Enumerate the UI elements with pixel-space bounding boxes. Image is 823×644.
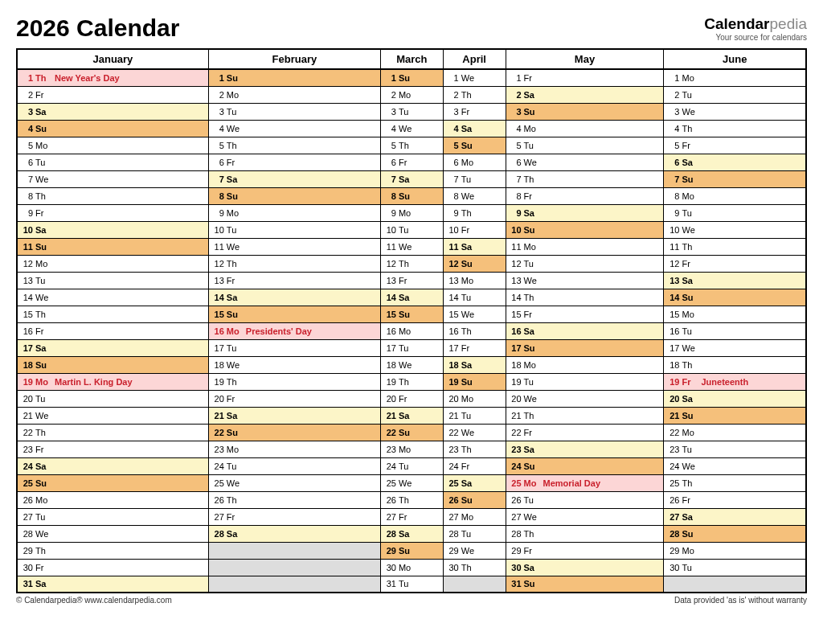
day-cell: 19Tu — [506, 373, 664, 390]
day-cell: 4Mo — [506, 120, 664, 137]
day-cell — [443, 576, 506, 593]
day-row: 31Sa31Tu31Su — [17, 576, 806, 593]
day-cell: 26Fr — [664, 491, 806, 508]
day-cell: 19Su — [443, 373, 506, 390]
day-cell: 23Mo — [380, 441, 443, 457]
day-cell: 29We — [443, 542, 506, 559]
day-cell: 21Th — [506, 407, 664, 424]
day-cell — [208, 576, 380, 593]
day-cell: 6Fr — [380, 154, 443, 170]
day-cell: 14Su — [664, 289, 806, 306]
day-cell: 21We — [17, 407, 208, 424]
day-cell: 17Fr — [443, 339, 506, 356]
day-row: 15Th15Su15Su15We15Fr15Mo — [17, 306, 806, 322]
day-cell: 20Fr — [208, 390, 380, 407]
day-cell: 30Mo — [380, 559, 443, 576]
day-cell: 4Su — [17, 120, 208, 137]
day-cell: 3We — [664, 103, 806, 120]
day-cell: 3Su — [506, 103, 664, 120]
day-cell: 15Su — [208, 306, 380, 322]
day-cell: 28Su — [664, 525, 806, 542]
day-cell: 20Sa — [664, 390, 806, 407]
day-cell: 24Sa — [17, 457, 208, 474]
day-cell: 10Tu — [208, 221, 380, 238]
day-cell: 19Th — [380, 373, 443, 390]
day-cell: 12Th — [208, 255, 380, 272]
day-cell — [208, 559, 380, 576]
day-cell: 25Sa — [443, 474, 506, 491]
day-cell: 8Mo — [664, 187, 806, 204]
day-row: 4Su4We4We4Sa4Mo4Th — [17, 120, 806, 137]
day-cell: 31Su — [506, 576, 664, 593]
day-cell: 23Tu — [664, 441, 806, 457]
day-cell: 11Su — [17, 238, 208, 255]
day-row: 9Fr9Mo9Mo9Th9Sa9Tu — [17, 204, 806, 221]
day-cell: 11We — [380, 238, 443, 255]
day-cell: 11We — [208, 238, 380, 255]
day-cell: 30Tu — [664, 559, 806, 576]
day-cell: 24We — [664, 457, 806, 474]
day-cell: 14We — [17, 289, 208, 306]
day-cell: 24Su — [506, 457, 664, 474]
day-cell: 22Mo — [664, 424, 806, 441]
day-cell: 1Mo — [664, 69, 806, 86]
day-cell: 11Mo — [506, 238, 664, 255]
day-cell: 20Tu — [17, 390, 208, 407]
day-cell: 6Tu — [17, 154, 208, 170]
day-cell: 7Sa — [208, 170, 380, 187]
day-cell: 4Th — [664, 120, 806, 137]
day-cell: 9Tu — [664, 204, 806, 221]
day-cell: 15Th — [17, 306, 208, 322]
day-row: 27Tu27Fr27Fr27Mo27We27Sa — [17, 508, 806, 525]
day-cell: 28Th — [506, 525, 664, 542]
page-title: 2026 Calendar — [16, 14, 179, 42]
day-cell: 28Sa — [208, 525, 380, 542]
day-cell: 27Mo — [443, 508, 506, 525]
day-cell: 20Fr — [380, 390, 443, 407]
day-cell: 28Sa — [380, 525, 443, 542]
day-cell: 9Th — [443, 204, 506, 221]
day-cell: 27Tu — [17, 508, 208, 525]
day-cell: 18We — [208, 356, 380, 373]
day-cell: 12Fr — [664, 255, 806, 272]
day-cell: 31Sa — [17, 576, 208, 593]
day-cell: 5Th — [380, 137, 443, 154]
day-row: 21We21Sa21Sa21Tu21Th21Su — [17, 407, 806, 424]
day-row: 24Sa24Tu24Tu24Fr24Su24We — [17, 457, 806, 474]
day-cell: 16Th — [443, 322, 506, 339]
day-cell: 19Th — [208, 373, 380, 390]
day-cell: 6Sa — [664, 154, 806, 170]
day-cell: 5Th — [208, 137, 380, 154]
month-header-row: JanuaryFebruaryMarchAprilMayJune — [17, 49, 806, 69]
day-row: 26Mo26Th26Th26Su26Tu26Fr — [17, 491, 806, 508]
day-row: 25Su25We25We25Sa25MoMemorial Day25Th — [17, 474, 806, 491]
day-cell: 23Mo — [208, 441, 380, 457]
day-row: 16Fr16MoPresidents' Day16Mo16Th16Sa16Tu — [17, 322, 806, 339]
day-cell — [664, 576, 806, 593]
day-cell: 22Th — [17, 424, 208, 441]
day-cell: 16Tu — [664, 322, 806, 339]
copyright: © Calendarpedia® www.calendarpedia.com — [16, 596, 172, 605]
day-row: 19MoMartin L. King Day19Th19Th19Su19Tu19… — [17, 373, 806, 390]
day-row: 18Su18We18We18Sa18Mo18Th — [17, 356, 806, 373]
day-cell: 18We — [380, 356, 443, 373]
day-cell: 16MoPresidents' Day — [208, 322, 380, 339]
day-cell — [208, 542, 380, 559]
day-cell: 3Fr — [443, 103, 506, 120]
day-cell: 4Sa — [443, 120, 506, 137]
day-cell: 27Fr — [380, 508, 443, 525]
day-cell: 9Sa — [506, 204, 664, 221]
day-cell: 21Sa — [208, 407, 380, 424]
day-row: 17Sa17Tu17Tu17Fr17Su17We — [17, 339, 806, 356]
day-cell: 22We — [443, 424, 506, 441]
day-cell: 8We — [443, 187, 506, 204]
day-cell: 8Fr — [506, 187, 664, 204]
day-cell: 12Su — [443, 255, 506, 272]
day-row: 13Tu13Fr13Fr13Mo13We13Sa — [17, 272, 806, 289]
day-cell: 23Th — [443, 441, 506, 457]
day-cell: 2Mo — [208, 86, 380, 103]
day-cell: 18Sa — [443, 356, 506, 373]
day-row: 14We14Sa14Sa14Tu14Th14Su — [17, 289, 806, 306]
month-header: May — [506, 49, 664, 69]
day-cell: 12Mo — [17, 255, 208, 272]
